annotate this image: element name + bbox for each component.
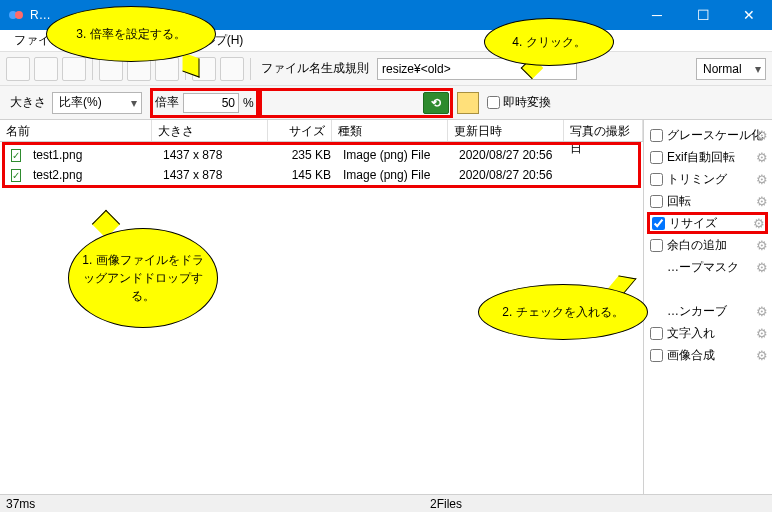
- open-icon[interactable]: [34, 57, 58, 81]
- instant-checkbox[interactable]: 即時変換: [487, 94, 551, 111]
- col-type[interactable]: 種類: [332, 120, 448, 141]
- gear-icon[interactable]: ⚙: [756, 260, 768, 275]
- gear-icon[interactable]: ⚙: [756, 326, 768, 341]
- gear-icon[interactable]: ⚙: [756, 150, 768, 165]
- run-highlight: ⟲: [259, 88, 453, 118]
- status-bar: 37ms 2Files: [0, 494, 772, 512]
- side-pane: グレースケール化⚙ Exif自動回転⚙ トリミング⚙ 回転⚙ リサイズ⚙ 余白の…: [644, 120, 772, 494]
- column-header: 名前 大きさ サイズ 種類 更新日時 写真の撮影日: [0, 120, 643, 142]
- gear-icon[interactable]: ⚙: [753, 216, 765, 231]
- table-row[interactable]: ✓ test2.png 1437 x 878 145 KB Image (png…: [5, 165, 638, 185]
- tool-icon-5[interactable]: [220, 57, 244, 81]
- minimize-button[interactable]: ─: [634, 0, 680, 30]
- pct-label: %: [243, 96, 254, 110]
- gear-icon[interactable]: ⚙: [756, 194, 768, 209]
- side-compose[interactable]: 画像合成⚙: [650, 344, 768, 366]
- side-exif[interactable]: Exif自動回転⚙: [650, 146, 768, 168]
- col-photo[interactable]: 写真の撮影日: [564, 120, 643, 141]
- side-trim[interactable]: トリミング⚙: [650, 168, 768, 190]
- gear-icon[interactable]: ⚙: [756, 172, 768, 187]
- side-text[interactable]: 文字入れ⚙: [650, 322, 768, 344]
- callout-3: 3. 倍率を設定する。: [46, 6, 216, 62]
- status-files: 2Files: [430, 497, 462, 511]
- side-resize[interactable]: リサイズ⚙: [647, 212, 768, 234]
- run-button[interactable]: ⟲: [423, 92, 449, 114]
- col-size[interactable]: サイズ: [268, 120, 332, 141]
- gear-icon[interactable]: ⚙: [756, 348, 768, 363]
- new-icon[interactable]: [6, 57, 30, 81]
- side-margin[interactable]: 余白の追加⚙: [650, 234, 768, 256]
- side-rotate[interactable]: 回転⚙: [650, 190, 768, 212]
- col-name[interactable]: 名前: [0, 120, 152, 141]
- size-label: 大きさ: [6, 94, 50, 111]
- instant-check-input[interactable]: [487, 96, 500, 109]
- row-check-icon[interactable]: ✓: [11, 169, 21, 182]
- app-icon: [8, 7, 24, 23]
- rate-label: 倍率: [155, 94, 179, 111]
- rate-input[interactable]: [183, 93, 239, 113]
- row-check-icon[interactable]: ✓: [11, 149, 21, 162]
- preview-icon[interactable]: [457, 92, 479, 114]
- save-icon[interactable]: [62, 57, 86, 81]
- callout-2: 2. チェックを入れる。: [478, 284, 648, 340]
- side-grayscale[interactable]: グレースケール化⚙: [650, 124, 768, 146]
- maximize-button[interactable]: ☐: [680, 0, 726, 30]
- gear-icon[interactable]: ⚙: [756, 238, 768, 253]
- table-row[interactable]: ✓ test1.png 1437 x 878 235 KB Image (png…: [5, 145, 638, 165]
- callout-4: 4. クリック。: [484, 18, 614, 66]
- col-dim[interactable]: 大きさ: [152, 120, 268, 141]
- col-date[interactable]: 更新日時: [448, 120, 564, 141]
- mode-select[interactable]: Normal: [696, 58, 766, 80]
- close-button[interactable]: ✕: [726, 0, 772, 30]
- side-curve[interactable]: …ンカーブ⚙: [650, 300, 768, 322]
- gear-icon[interactable]: ⚙: [756, 128, 768, 143]
- gear-icon[interactable]: ⚙: [756, 304, 768, 319]
- file-rows-highlight: ✓ test1.png 1437 x 878 235 KB Image (png…: [2, 142, 641, 188]
- rate-group: 倍率 %: [150, 88, 259, 118]
- rule-label: ファイル名生成規則: [257, 60, 373, 77]
- status-time: 37ms: [6, 497, 35, 511]
- side-mask[interactable]: …ープマスク⚙: [650, 256, 768, 278]
- svg-point-1: [15, 11, 23, 19]
- toolbar-size: 大きさ 比率(%) 倍率 % ⟲ 即時変換: [0, 86, 772, 120]
- ratio-select[interactable]: 比率(%): [52, 92, 142, 114]
- callout-1: 1. 画像ファイルをドラッグアンドドロップする。: [68, 228, 218, 328]
